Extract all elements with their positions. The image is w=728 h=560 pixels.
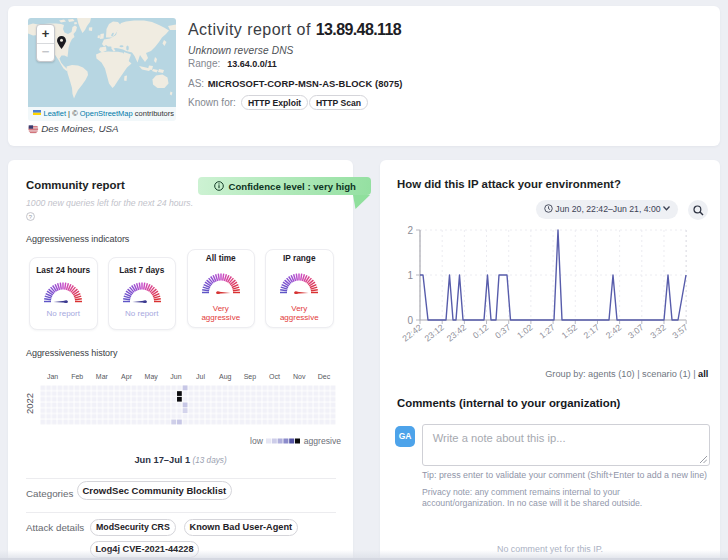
svg-text:3:07: 3:07 [626,322,646,340]
svg-text:23:12: 23:12 [423,322,446,343]
svg-text:22:42: 22:42 [400,322,423,343]
svg-text:23:42: 23:42 [445,322,468,343]
svg-text:1:52: 1:52 [560,322,580,340]
svg-text:0:12: 0:12 [471,322,491,340]
svg-text:0: 0 [407,315,413,326]
svg-text:2: 2 [407,225,413,236]
svg-text:2:42: 2:42 [604,322,624,340]
svg-text:3:32: 3:32 [648,322,668,340]
svg-text:0:37: 0:37 [493,322,513,340]
svg-text:?: ? [29,214,33,220]
svg-text:3:57: 3:57 [670,322,690,340]
svg-text:2:17: 2:17 [582,322,602,340]
svg-text:1: 1 [407,270,413,281]
svg-text:1:02: 1:02 [515,322,535,340]
svg-text:1:27: 1:27 [537,322,557,340]
